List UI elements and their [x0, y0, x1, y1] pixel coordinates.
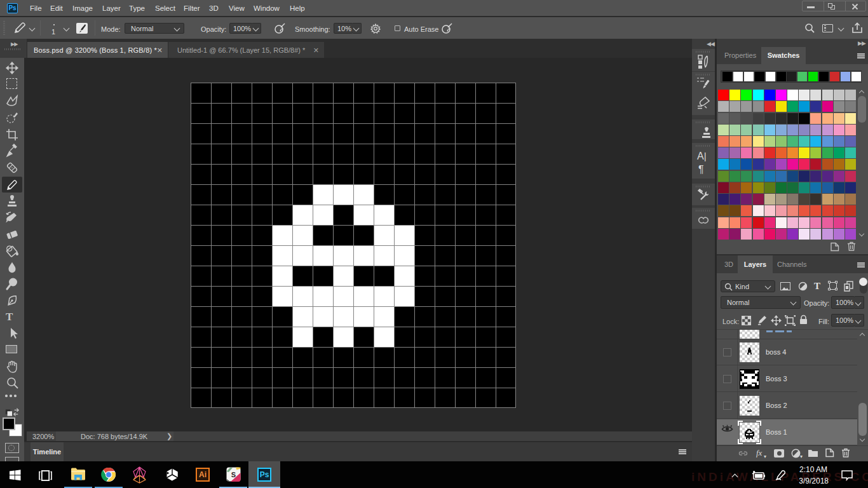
svg-text:S: S — [231, 471, 236, 478]
